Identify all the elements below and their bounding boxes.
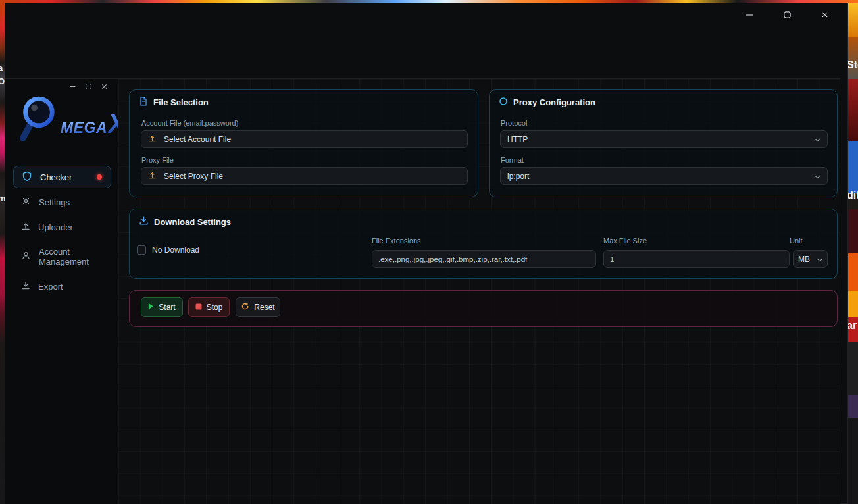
sidebar-item-label: Export: [38, 282, 63, 291]
sidebar: MEGA X Checker Settings Uploader: [5, 79, 118, 504]
bg-segment: [848, 395, 858, 418]
panel-title: Proxy Configuration: [499, 97, 595, 108]
main-content: File Selection Account File (email:passw…: [118, 79, 840, 504]
bg-segment: [848, 418, 858, 504]
max-file-size-label: Max File Size: [603, 237, 647, 245]
gear-icon: [21, 196, 31, 208]
button-label: Reset: [254, 303, 274, 312]
unit-select[interactable]: MB: [793, 250, 828, 268]
panel-title-text: Proxy Configuration: [513, 97, 595, 107]
panel-title: Download Settings: [139, 216, 231, 228]
chevron-down-icon: [817, 255, 822, 264]
no-download-row: No Download: [137, 245, 199, 255]
user-icon: [21, 251, 31, 263]
file-selection-panel: File Selection Account File (email:passw…: [129, 89, 478, 197]
button-label: Start: [159, 303, 175, 312]
download-icon: [139, 216, 149, 228]
button-label: Select Account File: [164, 135, 231, 144]
close-icon: [820, 11, 829, 21]
panel-title-text: File Selection: [153, 97, 209, 107]
account-file-label: Account File (email:password): [141, 119, 238, 127]
sidebar-item-label: Settings: [39, 197, 70, 207]
select-value: MB: [798, 255, 810, 264]
bg-segment: [848, 209, 858, 253]
panel-title: File Selection: [139, 97, 209, 108]
file-extensions-label: File Extensions: [372, 237, 421, 245]
bg-segment: [848, 253, 858, 291]
button-label: Stop: [207, 303, 223, 312]
checker-app: MEGA X Checker Settings Uploader: [5, 78, 840, 504]
file-extensions-input[interactable]: [372, 250, 596, 268]
format-label: Format: [501, 156, 524, 164]
sidebar-item-account-management[interactable]: Account Management: [13, 241, 111, 272]
desktop-background-left: a O m: [0, 3, 5, 504]
ring-icon: [499, 97, 508, 108]
chevron-down-icon: [815, 135, 820, 144]
select-account-file-button[interactable]: Select Account File: [141, 130, 468, 148]
magnifier-icon: [17, 93, 58, 150]
sidebar-item-settings[interactable]: Settings: [13, 191, 111, 213]
logo-text: MEGA X: [61, 109, 126, 139]
select-value: HTTP: [507, 135, 528, 144]
background-text-fragment: ar: [847, 320, 857, 332]
select-proxy-file-button[interactable]: Select Proxy File: [141, 167, 468, 185]
sidebar-item-label: Checker: [40, 172, 72, 182]
stop-button[interactable]: Stop: [188, 297, 230, 317]
upload-icon: [148, 171, 157, 182]
logo-mega: MEGA: [61, 119, 107, 137]
shield-icon: [22, 171, 32, 184]
chevron-down-icon: [815, 172, 820, 181]
sidebar-item-export[interactable]: Export: [13, 275, 111, 297]
desktop-background-right: Sto dit ar: [848, 3, 858, 504]
upload-icon: [148, 134, 157, 145]
bg-segment: [848, 37, 858, 79]
window-close-button[interactable]: [815, 7, 834, 24]
notification-dot: [97, 174, 102, 180]
start-button[interactable]: Start: [141, 297, 183, 317]
bg-segment: [848, 79, 858, 141]
no-download-checkbox[interactable]: [137, 245, 146, 255]
unit-label: Unit: [790, 237, 803, 245]
proxy-file-label: Proxy File: [141, 156, 174, 164]
bg-segment: [848, 342, 858, 395]
proxy-configuration-panel: Proxy Configuration Protocol HTTP Format…: [489, 89, 838, 197]
maximize-icon: [85, 82, 92, 92]
maximize-icon: [783, 11, 792, 21]
document-icon: [139, 97, 148, 108]
desktop: a O m Sto dit ar: [0, 0, 858, 504]
background-text-fragment: dit: [847, 189, 858, 201]
download-settings-panel: Download Settings No Download File Exten…: [129, 209, 838, 279]
sidebar-item-label: Uploader: [38, 222, 73, 232]
bg-segment: [848, 141, 858, 193]
app-maximize-button[interactable]: [82, 81, 94, 93]
minimize-icon: [69, 82, 76, 92]
protocol-select[interactable]: HTTP: [500, 130, 828, 148]
app-window: MEGA X Checker Settings Uploader: [5, 3, 848, 504]
actions-panel: Start Stop Reset: [129, 290, 838, 327]
max-file-size-input[interactable]: [603, 250, 790, 268]
stop-icon: [195, 303, 202, 312]
window-minimize-button[interactable]: [740, 7, 759, 24]
sidebar-item-checker[interactable]: Checker: [13, 166, 111, 188]
format-select[interactable]: ip:port: [500, 167, 828, 185]
close-icon: [101, 82, 108, 92]
background-text-fragment: Sto: [847, 59, 858, 71]
sidebar-item-label: Account Management: [39, 247, 103, 266]
play-icon: [148, 303, 154, 312]
app-logo: MEGA X: [12, 92, 116, 155]
panel-title-text: Download Settings: [154, 217, 231, 227]
minimize-icon: [745, 11, 754, 22]
select-value: ip:port: [507, 172, 529, 181]
reset-button[interactable]: Reset: [236, 297, 280, 317]
bg-segment: [848, 3, 858, 37]
checkbox-label: No Download: [152, 245, 199, 255]
app-minimize-button[interactable]: [66, 81, 78, 93]
bg-segment: [848, 291, 858, 317]
window-maximize-button[interactable]: [777, 7, 797, 24]
download-icon: [21, 281, 30, 292]
protocol-label: Protocol: [501, 119, 527, 127]
background-text-fragment: a: [0, 63, 3, 73]
app-close-button[interactable]: [98, 81, 110, 93]
reset-icon: [241, 302, 249, 313]
sidebar-item-uploader[interactable]: Uploader: [13, 216, 111, 238]
